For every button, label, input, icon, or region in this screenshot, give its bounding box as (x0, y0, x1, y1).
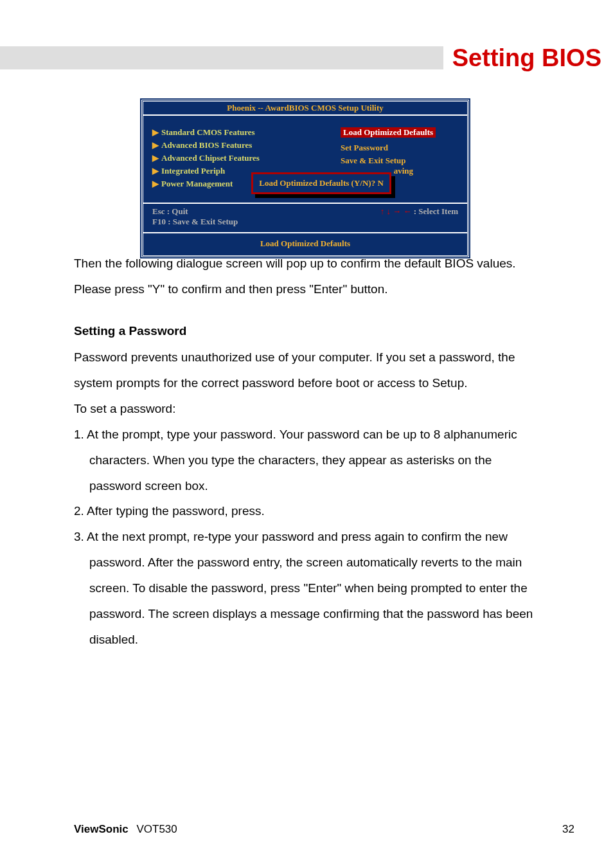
body-text-line: To set a password: (74, 397, 543, 422)
body-text-line: Please press "Y" to confirm and then pre… (74, 277, 543, 302)
body-text-line: Then the following dialogue screen will … (74, 251, 543, 276)
bios-menu-label: Power Management (161, 179, 233, 188)
page-header: Setting BIOS (0, 39, 613, 77)
bios-menu-item: ▶Standard CMOS Features (152, 127, 297, 138)
bios-menu-label: Advanced Chipset Features (161, 153, 260, 163)
bios-screenshot: Phoenix -- AwardBIOS CMOS Setup Utility … (141, 100, 469, 257)
bios-body: ▶Standard CMOS Features ▶Advanced BIOS F… (143, 116, 467, 203)
body-text-line: system prompts for the correct password … (74, 371, 543, 396)
triangle-icon: ▶ (152, 179, 159, 188)
brand-name: ViewSonic (74, 823, 129, 835)
arrow-keys-icon: ↑ ↓ → ← (380, 206, 412, 216)
bios-keyhelp-right: ↑ ↓ → ← : Select Item (380, 206, 458, 227)
list-item-line: 3. At the next prompt, re-type your pass… (74, 525, 543, 550)
bios-truncated-label: aving (394, 166, 413, 176)
list-item-line: disabled. (74, 628, 543, 653)
bios-confirm-popup: Load Optimized Defaults (Y/N)? N (251, 172, 391, 194)
body-text-line: Password prevents unauthorized use of yo… (74, 345, 543, 370)
section-heading: Setting a Password (74, 319, 543, 344)
page-number: 32 (562, 823, 574, 836)
list-item-line: screen. To disable the password, press "… (74, 576, 543, 601)
footer-left: ViewSonic VOT530 (74, 823, 177, 836)
bios-keyhelp-line: Esc : Quit (152, 206, 380, 217)
bios-menu-item: ▶Advanced Chipset Features (152, 153, 297, 163)
header-grey-bar (0, 46, 443, 69)
bios-menu-label: Advanced BIOS Features (161, 140, 252, 150)
bios-titlebar: Phoenix -- AwardBIOS CMOS Setup Utility (143, 102, 467, 116)
list-item-line: 2. After typing the password, press. (74, 499, 543, 524)
page-footer: ViewSonic VOT530 32 (74, 823, 574, 836)
triangle-icon: ▶ (152, 140, 159, 150)
model-name: VOT530 (136, 823, 177, 835)
bios-menu-label: Standard CMOS Features (161, 127, 255, 137)
bios-menu-item: ▶Advanced BIOS Features (152, 140, 297, 150)
list-item-line: password. The screen displays a message … (74, 602, 543, 627)
bios-keyhelp: Esc : Quit F10 : Save & Exit Setup ↑ ↓ →… (143, 203, 467, 232)
list-item-line: password. After the password entry, the … (74, 550, 543, 575)
triangle-icon: ▶ (152, 153, 159, 163)
bios-keyhelp-left: Esc : Quit F10 : Save & Exit Setup (152, 206, 380, 227)
list-item-line: 1. At the prompt, type your password. Yo… (74, 422, 543, 448)
bios-menu-item: Set Password (341, 143, 459, 153)
bios-menu-label: Integrated Periph (161, 166, 225, 176)
bios-menu-highlighted: Load Optimized Defaults (341, 127, 436, 138)
triangle-icon: ▶ (152, 166, 159, 176)
bios-menu-item: Save & Exit Setup (341, 156, 459, 166)
bios-keyhelp-line: F10 : Save & Exit Setup (152, 217, 380, 227)
triangle-icon: ▶ (152, 127, 159, 137)
page-body: Then the following dialogue screen will … (74, 251, 543, 653)
bios-keyhelp-text: : Select Item (411, 206, 458, 216)
list-item-line: characters. When you type the characters… (74, 448, 543, 473)
list-item-line: password screen box. (74, 474, 543, 499)
page-title: Setting BIOS (443, 44, 613, 72)
